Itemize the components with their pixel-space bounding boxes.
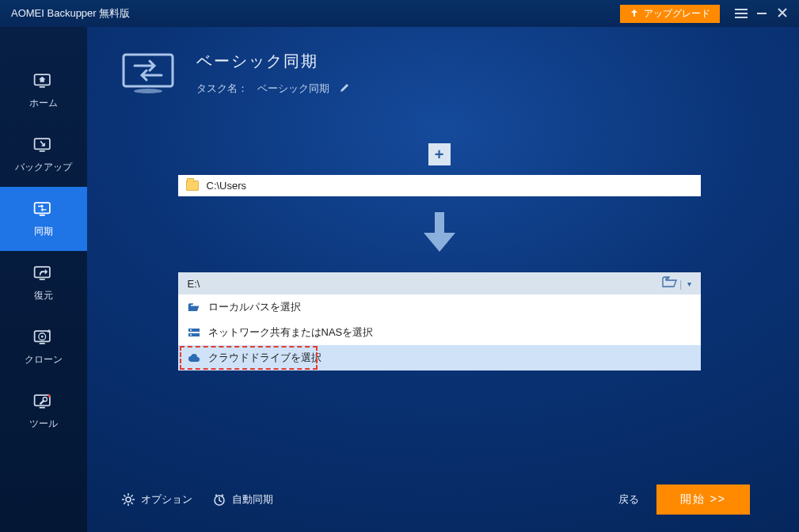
svg-line-30 [124,503,125,504]
svg-rect-10 [40,343,45,344]
sidebar-item-label: ホーム [0,97,87,110]
folder-open-icon [188,302,200,313]
svg-rect-0 [757,13,767,14]
tools-icon [0,390,87,412]
pencil-icon [339,82,350,93]
destination-dropdown-toggle[interactable]: ▾ [684,279,694,288]
destination-menu: ローカルパスを選択 ネットワーク共有またはNASを選択 クラウドドライブを [178,294,701,370]
nas-icon [188,328,200,338]
menu-item-label: クラウドドライブを選択 [208,351,322,365]
close-button[interactable] [772,7,793,21]
sidebar-item-label: クローン [0,353,87,367]
destination-block: E:\ | ▾ ローカルパスを選択 [178,272,701,370]
sidebar-item-label: 復元 [0,289,87,302]
footer: オプション 自動同期 戻る 開始 >> [119,472,759,532]
svg-point-12 [41,336,44,338]
folder-open-icon [662,276,678,288]
sidebar: ホーム バックアップ 同期 復元 クローン [0,27,87,532]
main-panel: ベーシック同期 タスク名： ベーシック同期 + C:\Users [87,27,799,532]
start-button[interactable]: 開始 >> [656,484,750,515]
sidebar-item-backup[interactable]: バックアップ [0,123,87,187]
source-path-text: C:\Users [207,180,247,192]
svg-rect-6 [40,215,45,216]
back-button[interactable]: 戻る [618,492,639,507]
menu-item-cloud[interactable]: クラウドドライブを選択 [178,345,701,370]
sync-badge-icon [119,51,177,96]
schedule-label: 自動同期 [232,492,273,507]
svg-point-16 [48,394,51,397]
svg-rect-5 [35,203,50,213]
sidebar-item-clone[interactable]: クローン [0,315,87,379]
svg-point-23 [126,497,131,502]
backup-icon [0,134,87,156]
svg-point-15 [43,397,47,401]
clone-icon [0,326,87,348]
svg-line-28 [124,495,125,496]
menu-item-nas[interactable]: ネットワーク共有またはNASを選択 [178,320,701,345]
folder-icon [186,180,199,191]
edit-task-name-button[interactable] [339,82,350,96]
svg-point-21 [190,329,192,331]
svg-line-29 [131,503,133,504]
sidebar-item-tools[interactable]: ツール [0,379,87,443]
menu-item-label: ローカルパスを選択 [208,300,301,314]
minimize-button[interactable] [751,7,772,21]
home-icon [0,70,87,92]
page-title: ベーシック同期 [196,51,350,72]
add-source-button[interactable]: + [428,143,451,165]
sync-icon [0,198,87,220]
svg-line-31 [131,495,133,496]
menu-item-local-path[interactable]: ローカルパスを選択 [178,294,701,320]
svg-rect-8 [40,279,45,280]
svg-point-22 [190,334,192,336]
upgrade-button[interactable]: アップグレード [620,5,720,23]
svg-rect-17 [124,55,173,86]
destination-path-text: E:\ [188,278,663,290]
task-name-value: ベーシック同期 [257,82,329,96]
down-arrow-icon [420,211,458,258]
titlebar: AOMEI Backupper 無料版 アップグレード [0,0,799,27]
sidebar-item-label: 同期 [0,225,87,238]
schedule-button[interactable]: 自動同期 [213,492,273,507]
menu-list-icon[interactable] [731,7,751,21]
destination-path-bar[interactable]: E:\ | ▾ [178,272,701,294]
sidebar-item-label: ツール [0,417,87,431]
svg-rect-2 [40,86,45,88]
svg-rect-13 [35,395,50,405]
gear-icon [122,493,135,506]
sidebar-item-sync[interactable]: 同期 [0,187,87,251]
upgrade-label: アップグレード [644,7,710,21]
sidebar-item-restore[interactable]: 復元 [0,251,87,315]
task-name-label: タスク名： [196,82,248,96]
app-title: AOMEI Backupper 無料版 [11,6,620,21]
options-button[interactable]: オプション [122,492,192,507]
upgrade-arrow-icon [630,9,639,18]
cloud-icon [188,353,200,363]
browse-folder-button[interactable] [662,276,678,291]
source-path-bar[interactable]: C:\Users [178,175,701,196]
restore-icon [0,262,87,284]
svg-rect-14 [40,407,45,408]
sidebar-item-home[interactable]: ホーム [0,59,87,123]
menu-item-label: ネットワーク共有またはNASを選択 [208,325,374,340]
clock-icon [213,493,226,506]
svg-point-18 [134,89,162,93]
options-label: オプション [141,492,192,507]
svg-rect-4 [40,150,45,152]
sidebar-item-label: バックアップ [0,161,87,174]
